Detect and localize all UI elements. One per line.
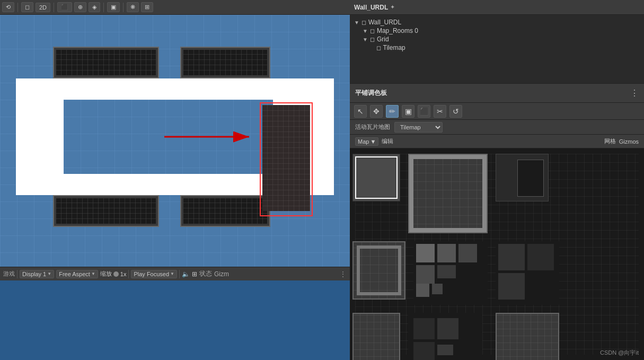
arrow-map-rooms: ▼ — [363, 28, 368, 34]
label-map-rooms: Map_Rooms 0 — [377, 27, 418, 34]
small-tile-5 — [437, 265, 456, 278]
display-arrow: ▼ — [47, 271, 51, 276]
tile-sprite-8[interactable] — [408, 313, 482, 360]
tile-sprite-5[interactable] — [413, 241, 488, 305]
toolbar-more-icon[interactable]: ⋮ — [339, 270, 347, 278]
hierarchy-tree[interactable]: ▼ ◻ Wall_URDL ▼ ◻ Map_Rooms 0 ▼ ◻ Grid ◻… — [350, 15, 644, 84]
toolbar-btn-rect[interactable]: ◻ — [21, 2, 33, 12]
tile-sprite-1[interactable] — [352, 154, 400, 201]
toolbar-btn-2d[interactable]: 2D — [36, 3, 50, 12]
sep2 — [54, 3, 54, 12]
wall-block-tr — [180, 47, 270, 78]
tool-move[interactable]: ✥ — [370, 105, 383, 118]
tile-6-inner3 — [527, 244, 554, 270]
map-dropdown[interactable]: Map ▼ — [355, 137, 378, 146]
tool-box[interactable]: ▣ — [402, 105, 414, 118]
map-dropdown-label: Map — [358, 138, 369, 145]
left-panel: ⟲ ◻ 2D ⬛ ⊕ ◈ ▣ ❋ ⊞ — [0, 0, 350, 360]
palette-toolbar: ↖ ✥ ✏ ▣ ⬛ ✂ ↺ — [350, 103, 644, 120]
zoom-label: 缩放 — [100, 270, 112, 278]
tree-item-map-rooms[interactable]: ▼ ◻ Map_Rooms 0 — [358, 27, 644, 35]
tile-sprite-2[interactable] — [408, 154, 488, 233]
zoom-control: 缩放 1x — [100, 270, 127, 278]
tool-fill[interactable]: ⬛ — [418, 105, 430, 118]
arrow-wall-urdl: ▼ — [354, 20, 359, 25]
s8-2 — [437, 318, 458, 339]
play-focused-arrow: ▼ — [170, 271, 174, 276]
wall-block-bl-inner — [56, 198, 156, 224]
tree-item-tilemap[interactable]: ◻ Tilemap — [367, 43, 644, 52]
wall-block-br-inner — [183, 198, 267, 224]
toolbar-btn-more[interactable]: ⊞ — [141, 2, 153, 12]
display-label: Display 1 — [22, 271, 46, 277]
toolbar-btn-view[interactable]: ◈ — [89, 2, 100, 12]
tool-select[interactable]: ↖ — [354, 105, 367, 118]
palette-map-dropdown[interactable]: Tilemap — [394, 122, 443, 133]
scene-viewport[interactable] — [0, 15, 350, 267]
map-dropdown-arrow: ▼ — [370, 138, 376, 145]
hierarchy-title: Wall_URDL — [354, 4, 388, 11]
tile-sprite-2-border — [409, 155, 487, 232]
right-panel: Wall_URDL ✦ ▼ ◻ Wall_URDL ▼ ◻ Map_Rooms … — [350, 0, 644, 360]
palette-canvas[interactable]: CSDN @向宇it — [350, 148, 644, 360]
icon-wall-urdl: ◻ — [361, 19, 366, 26]
aspect-dropdown[interactable]: Free Aspect ▼ — [56, 270, 98, 278]
palette-menu-btn[interactable]: ⋮ — [630, 88, 639, 98]
top-toolbar: ⟲ ◻ 2D ⬛ ⊕ ◈ ▣ ❋ ⊞ — [0, 0, 350, 15]
aspect-arrow: ▼ — [91, 271, 95, 276]
sep-game2 — [128, 270, 129, 278]
palette-header: 平铺调色板 ⋮ — [350, 84, 644, 103]
tool-paint[interactable]: ✏ — [386, 105, 399, 118]
tile-6-inner — [498, 244, 525, 270]
display-dropdown[interactable]: Display 1 ▼ — [20, 270, 54, 278]
play-focused-dropdown[interactable]: Play Focused ▼ — [131, 270, 177, 278]
wall-block-bl — [53, 195, 159, 227]
palette-map-label: 活动瓦片地图 — [355, 123, 390, 131]
small-tile-6 — [416, 284, 429, 297]
palette-options-row: Map ▼ 编辑 网格 Gizmos — [350, 135, 644, 148]
selection-box — [260, 102, 313, 216]
watermark: CSDN @向宇it — [600, 349, 639, 357]
arrow-grid: ▼ — [363, 37, 368, 42]
tree-item-grid[interactable]: ▼ ◻ Grid — [358, 35, 644, 43]
toolbar-btn-pivot[interactable]: ⬛ — [57, 2, 72, 12]
tile-sprite-9[interactable] — [496, 313, 559, 360]
toolbar-btn-snap[interactable]: ⊕ — [74, 2, 86, 12]
tile-sprite-3[interactable] — [496, 154, 549, 201]
grid-icon[interactable]: ⊞ — [192, 270, 197, 278]
small-tile-4 — [416, 265, 435, 284]
sep-game1 — [17, 270, 17, 278]
tree-item-wall-urdl[interactable]: ▼ ◻ Wall_URDL — [350, 18, 644, 27]
tile-6-inner2 — [498, 273, 525, 300]
palette-title: 平铺调色板 — [355, 89, 387, 98]
tool-pick[interactable]: ✂ — [434, 105, 446, 118]
status-label: 状态 — [199, 269, 212, 278]
tile-selection-1 — [355, 156, 398, 199]
small-tile-3 — [458, 244, 477, 262]
icon-tilemap: ◻ — [376, 45, 381, 51]
toolbar-btn-grid[interactable]: ❋ — [127, 2, 139, 12]
tile-sprite-6[interactable] — [496, 241, 559, 305]
label-grid: Grid — [377, 36, 389, 43]
small-tile-1 — [416, 244, 435, 262]
palette-map-row: 活动瓦片地图 Tilemap — [350, 120, 644, 135]
toolbar-btn-layers[interactable]: ▣ — [107, 2, 120, 12]
icon-grid: ◻ — [370, 36, 375, 43]
gizmo-label: Gizm — [214, 270, 229, 278]
tile-sprite-4[interactable] — [352, 241, 405, 300]
arrow-tilemap — [371, 45, 374, 51]
zoom-value: 1x — [120, 271, 127, 277]
hierarchy-header: Wall_URDL ✦ — [350, 0, 644, 15]
s8-4 — [437, 345, 453, 355]
hierarchy-star: ✦ — [390, 4, 395, 11]
zoom-slider[interactable] — [113, 271, 119, 277]
tile-sprite-7[interactable] — [352, 313, 400, 360]
game-preview-area — [0, 280, 350, 360]
wall-block-tl-inner — [56, 50, 156, 75]
icon-map-rooms: ◻ — [370, 28, 375, 34]
mute-icon[interactable]: 🔈 — [182, 270, 190, 278]
tool-rotate[interactable]: ↺ — [449, 105, 462, 118]
sep4 — [123, 3, 123, 12]
toolbar-btn-undo[interactable]: ⟲ — [2, 2, 14, 12]
play-focused-label: Play Focused — [134, 271, 169, 277]
